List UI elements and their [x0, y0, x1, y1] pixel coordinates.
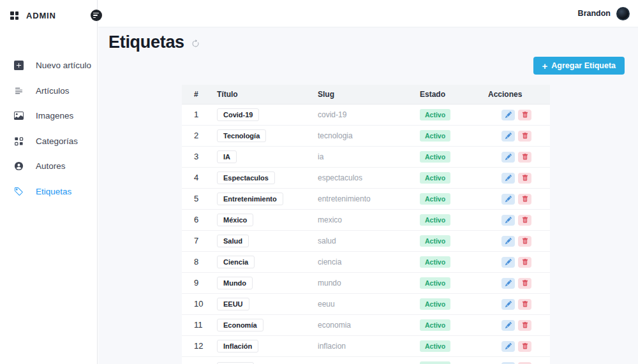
pencil-icon	[505, 217, 512, 223]
tag-title-box[interactable]: Inflación	[217, 340, 258, 353]
user-name: Brandon	[578, 9, 611, 18]
user-menu[interactable]: Brandon	[578, 0, 630, 27]
table-header-row: #TítuloSlugEstadoAcciones	[182, 85, 550, 104]
dashboard-grid-icon	[10, 11, 19, 20]
row-number: 8	[182, 251, 217, 272]
status-badge: Activo	[420, 214, 450, 226]
tag-slug: inflacion	[318, 335, 420, 356]
edit-button[interactable]	[501, 131, 515, 142]
row-number: 6	[182, 209, 217, 230]
pencil-icon	[505, 238, 512, 244]
tag-slug: ia	[318, 146, 420, 167]
delete-button[interactable]	[518, 131, 531, 142]
status-badge: Activo	[420, 298, 450, 310]
trash-icon	[522, 259, 528, 265]
edit-button[interactable]	[501, 278, 515, 289]
edit-button[interactable]	[501, 299, 515, 310]
sidebar-nav: Nuevo artículoArtículosImagenesCategoría…	[0, 53, 97, 204]
tag-title-box[interactable]: EEUU	[217, 298, 249, 310]
row-number: 4	[182, 167, 217, 188]
trash-icon	[522, 217, 528, 223]
delete-button[interactable]	[518, 173, 531, 184]
sidebar-item-etiquetas[interactable]: Etiquetas	[0, 179, 97, 205]
avatar[interactable]	[616, 7, 630, 20]
table-body: 1Covid-19covid-19Activo2Tecnologíatecnol…	[182, 104, 550, 364]
table-row: 5EntretenimientoentretenimientoActivo	[182, 188, 550, 209]
delete-button[interactable]	[518, 341, 531, 352]
sidebar-item-autores[interactable]: Autores	[0, 154, 97, 179]
tag-title-box[interactable]: Mundo	[217, 277, 253, 289]
sidebar-item-nuevo-articulo[interactable]: Nuevo artículo	[0, 53, 97, 78]
delete-button[interactable]	[518, 110, 531, 120]
trash-icon	[522, 343, 528, 349]
delete-button[interactable]	[518, 236, 531, 247]
delete-button[interactable]	[518, 152, 531, 163]
pencil-icon	[505, 196, 512, 202]
edit-button[interactable]	[501, 236, 515, 247]
sidebar: ADMIN Nuevo artículoArtículosImagenesCat…	[0, 0, 98, 364]
tag-title-box[interactable]: Ciencia	[217, 256, 255, 268]
delete-button[interactable]	[518, 257, 531, 268]
main-content: Etiquetas + Agregar Etiqueta #TítuloSlug…	[98, 27, 638, 364]
edit-button[interactable]	[501, 215, 515, 226]
brand[interactable]: ADMIN	[0, 0, 97, 20]
edit-button[interactable]	[501, 194, 515, 205]
refresh-icon[interactable]	[191, 40, 200, 48]
tag-slug: mundo	[318, 272, 420, 293]
delete-button[interactable]	[518, 215, 531, 226]
edit-button[interactable]	[501, 341, 515, 352]
tag-title-box[interactable]: Tecnología	[217, 129, 266, 142]
delete-button[interactable]	[518, 320, 531, 331]
column-header: Título	[217, 85, 318, 104]
sidebar-item-imagenes[interactable]: Imagenes	[0, 103, 97, 129]
trash-icon	[522, 175, 528, 181]
image-icon	[14, 111, 24, 120]
trash-icon	[522, 133, 528, 139]
edit-button[interactable]	[501, 110, 515, 120]
table-row: 11EconomíaeconomiaActivo	[182, 314, 550, 335]
tag-slug: tecnologia	[318, 125, 420, 146]
status-badge: Activo	[420, 256, 450, 268]
edit-button[interactable]	[501, 173, 515, 184]
table-row: 8CienciacienciaActivo	[182, 251, 550, 272]
tag-title-box[interactable]: Entretenimiento	[217, 193, 283, 205]
status-badge: Activo	[420, 193, 450, 205]
tag-title-box[interactable]: Salud	[217, 235, 249, 247]
sidebar-toggle-button[interactable]	[91, 10, 102, 21]
edit-button[interactable]	[501, 320, 515, 331]
row-number: 7	[182, 230, 217, 251]
tag-title-box[interactable]: México	[217, 214, 253, 226]
tag-title-box[interactable]: Covid-19	[217, 108, 259, 121]
column-header: Acciones	[488, 85, 550, 104]
brand-label: ADMIN	[26, 11, 56, 20]
pencil-icon	[505, 175, 512, 181]
tag-title-box[interactable]: IA	[217, 150, 237, 163]
list-icon	[14, 86, 24, 96]
status-badge: Activo	[420, 151, 450, 163]
plus-icon: +	[542, 61, 548, 71]
pencil-icon	[505, 259, 512, 265]
sidebar-item-articulos[interactable]: Artículos	[0, 78, 97, 104]
delete-button[interactable]	[518, 194, 531, 205]
sidebar-item-label: Categorías	[36, 136, 78, 146]
tag-title-box[interactable]: Economía	[217, 319, 263, 331]
table-row: Activo	[182, 356, 550, 364]
delete-button[interactable]	[518, 299, 531, 310]
sidebar-item-categorias[interactable]: Categorías	[0, 129, 97, 154]
status-badge: Activo	[420, 109, 450, 120]
edit-button[interactable]	[501, 152, 515, 163]
add-etiqueta-label: Agregar Etiqueta	[551, 61, 616, 70]
pencil-icon	[505, 154, 512, 160]
table-row: 2TecnologíatecnologiaActivo	[182, 125, 550, 146]
tag-title-box[interactable]: Espectaculos	[217, 171, 275, 184]
sidebar-item-label: Nuevo artículo	[36, 61, 91, 70]
row-number: 11	[182, 314, 217, 335]
tag-slug: covid-19	[318, 104, 420, 125]
delete-button[interactable]	[518, 278, 531, 289]
topbar: Brandon	[98, 0, 638, 27]
add-etiqueta-button[interactable]: + Agregar Etiqueta	[533, 57, 625, 75]
trash-icon	[522, 301, 528, 307]
edit-button[interactable]	[501, 257, 515, 268]
table-row: 12InflacióninflacionActivo	[182, 335, 550, 356]
table-row: 9MundomundoActivo	[182, 272, 550, 293]
